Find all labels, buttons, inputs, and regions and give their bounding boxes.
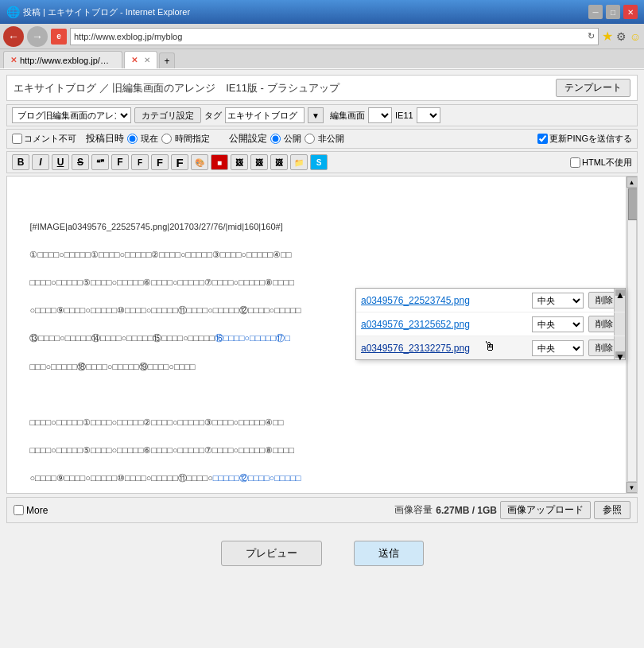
dropdown-scrollbar-2: ▼ (614, 336, 625, 359)
browse-button[interactable]: 参照 (594, 501, 630, 519)
skype-button[interactable]: S (310, 154, 328, 170)
tab-bar: ✕ http://www.exblog.jp/myblog ✕ ✕ + (0, 49, 644, 68)
tab-close-icon[interactable]: ✕ (144, 56, 150, 64)
dropdown-row-0: a0349576_22523745.png 中央 左 右 削除 ▲ (356, 289, 625, 312)
image-link-1[interactable]: a0349576_23125652.png (361, 319, 527, 330)
title-bar: 🌐 投稿 | エキサイトブログ - Internet Explorer ─ □ … (0, 0, 644, 24)
time-radio[interactable] (161, 134, 172, 144)
scroll-down-button[interactable]: ▼ (627, 482, 638, 493)
maximize-button[interactable]: □ (606, 5, 620, 19)
align-select-2[interactable]: 中央 左 右 (532, 340, 584, 356)
comment-checkbox[interactable] (12, 134, 22, 144)
tag-dropdown-btn[interactable]: ▼ (308, 107, 324, 123)
action-buttons: プレビュー 送信 (6, 533, 638, 582)
toolbar-row-2: コメント不可 投稿日時 現在 時間指定 公開設定 公開 非公開 更新PINGを送… (6, 129, 638, 149)
tab-myblog[interactable]: ✕ http://www.exblog.jp/myblog (3, 51, 122, 68)
title-bar-controls: ─ □ ✕ (588, 5, 638, 19)
cursor-pointer-icon: 🖱 (483, 340, 496, 354)
image-button-3[interactable]: 🖼 (270, 154, 288, 170)
block-button[interactable]: ■ (211, 154, 228, 170)
html-checkbox-wrapper: HTML不使用 (570, 157, 632, 169)
template-button[interactable]: テンプレート (556, 79, 630, 97)
scroll-track (627, 188, 637, 482)
align-select-1[interactable]: 中央 左 右 (532, 316, 584, 332)
format-toolbar: B I U S ❝❞ F F F F 🎨 ■ 🖼 🖼 🖼 📁 S HTML不使用 (6, 151, 638, 173)
comment-checkbox-label[interactable]: コメント不可 (12, 133, 76, 145)
dropdown-row-2: a0349576_23132275.png 🖱 中央 左 右 削除 ▼ (356, 336, 625, 359)
content-line-3: ○□□□□⑨□□□□○□□□□□⑩□□□□○□□□□□⑪□□□□○□□□□□⑫□… (29, 305, 301, 315)
link-text-2: □□□□□⑫□□□□○□□□□□ (213, 473, 301, 483)
tab-posting[interactable]: ✕ ✕ (124, 51, 157, 68)
smiley-button[interactable]: ☺ (630, 30, 641, 43)
dropdown-scrollbar-1 (614, 312, 625, 336)
strikethrough-button[interactable]: S (72, 154, 89, 170)
dropdown-scrollbar-0: ▲ (614, 289, 625, 312)
font-button-1[interactable]: F (111, 154, 129, 170)
link-text-1: ⑯□□□□○□□□□□⑰□ (215, 333, 290, 343)
upload-button[interactable]: 画像アップロード (500, 501, 591, 519)
blog-select[interactable]: ブログ旧編集画面のアレン∨ (12, 107, 131, 123)
bold-button[interactable]: B (12, 154, 29, 170)
forward-button[interactable]: → (27, 26, 48, 47)
image-button-1[interactable]: 🖼 (231, 154, 248, 170)
tag-input[interactable] (225, 107, 305, 123)
folder-button[interactable]: 📁 (290, 154, 308, 170)
close-button[interactable]: ✕ (623, 5, 638, 19)
refresh-icon[interactable]: ↻ (588, 31, 595, 41)
content-line-5: □□□○□□□□□⑱□□□□○□□□□□⑲□□□□○□□□□ (29, 362, 195, 371)
favorites-button[interactable]: ★ (602, 29, 613, 44)
image-tag-1: [#IMAGE|a0349576_22525745.png|201703/27/… (29, 222, 282, 231)
submit-button[interactable]: 送信 (354, 541, 424, 566)
font-button-3[interactable]: F (151, 154, 169, 170)
content-line-8: ○□□□□⑨□□□□○□□□□□⑩□□□□○□□□□□⑪□□□□○ (29, 473, 212, 483)
scroll-thumb[interactable] (628, 188, 638, 220)
public-radio[interactable] (270, 134, 281, 144)
settings-button[interactable]: ⚙ (616, 30, 627, 43)
html-checkbox-label: HTML不使用 (582, 157, 632, 169)
version-label: IE11 (395, 111, 413, 120)
ping-checkbox[interactable] (537, 134, 548, 144)
edit-screen-select[interactable] (368, 107, 392, 123)
editor-header: エキサイトブログ ／ 旧編集画面のアレンジ IE11版 - ブラシュアップ テン… (6, 75, 638, 101)
dropdown-scroll-down[interactable]: ▼ (615, 351, 625, 358)
new-tab-button[interactable]: + (159, 52, 175, 68)
content-line-6: □□□□○□□□□□①□□□□○□□□□□②□□□□○□□□□□③□□□□○□□… (29, 417, 283, 427)
dropdown-row-1: a0349576_23125652.png 中央 左 右 削除 (356, 312, 625, 336)
image-link-2[interactable]: a0349576_23132275.png (361, 343, 527, 354)
image-link-0[interactable]: a0349576_22523745.png (361, 295, 527, 306)
toolbar-row-1: ブログ旧編集画面のアレン∨ カテゴリ設定 タグ ▼ 編集画面 IE11 (6, 104, 638, 126)
content-line-4: ⑬□□□□○□□□□□⑭□□□□○□□□□□⑮□□□□○□□□□□ (29, 333, 214, 343)
minimize-button[interactable]: ─ (588, 5, 603, 19)
private-radio[interactable] (305, 134, 315, 144)
address-bar: http://www.exblog.jp/myblog ↻ (70, 28, 599, 45)
quote-button[interactable]: ❝❞ (91, 154, 109, 170)
title-bar-title: 投稿 | エキサイトブログ - Internet Explorer (23, 6, 190, 18)
publish-label: 公開設定 (229, 132, 267, 146)
align-select-0[interactable]: 中央 左 右 (532, 293, 584, 308)
current-radio[interactable] (127, 134, 138, 144)
editor-scrollbar: ▲ ▼ (626, 177, 637, 493)
version-select[interactable] (417, 107, 440, 123)
content-line-7: □□□□○□□□□□⑤□□□□○□□□□□⑥□□□□○□□□□□⑦□□□□○□□… (29, 445, 293, 455)
content-area: エキサイトブログ ／ 旧編集画面のアレンジ IE11版 - ブラシュアップ テン… (0, 70, 644, 587)
more-checkbox[interactable] (14, 505, 24, 515)
bottom-bar: More 画像容量 6.27MB / 1GB 画像アップロード 参照 (6, 497, 638, 523)
scroll-up-button[interactable]: ▲ (627, 177, 638, 188)
preview-button[interactable]: プレビュー (221, 541, 322, 566)
ie-logo-icon: e (51, 29, 67, 45)
image-dropdown: a0349576_22523745.png 中央 左 右 削除 ▲ a03495… (355, 288, 626, 360)
dropdown-scroll-up[interactable]: ▲ (615, 289, 625, 296)
editor-wrapper: [#IMAGE|a0349576_22525745.png|201703/27/… (6, 176, 638, 494)
html-checkbox[interactable] (570, 157, 580, 168)
image-button-2[interactable]: 🖼 (250, 154, 268, 170)
italic-button[interactable]: I (32, 154, 49, 170)
back-button[interactable]: ← (3, 26, 24, 47)
underline-button[interactable]: U (52, 154, 69, 170)
more-checkbox-label[interactable]: More (14, 505, 48, 516)
font-button-4[interactable]: F (171, 154, 188, 170)
title-bar-left: 🌐 投稿 | エキサイトブログ - Internet Explorer (6, 6, 190, 18)
category-button[interactable]: カテゴリ設定 (134, 107, 201, 123)
font-button-2[interactable]: F (131, 154, 149, 170)
ping-checkbox-label[interactable]: 更新PINGを送信する (537, 133, 632, 145)
color-button[interactable]: 🎨 (191, 154, 208, 170)
